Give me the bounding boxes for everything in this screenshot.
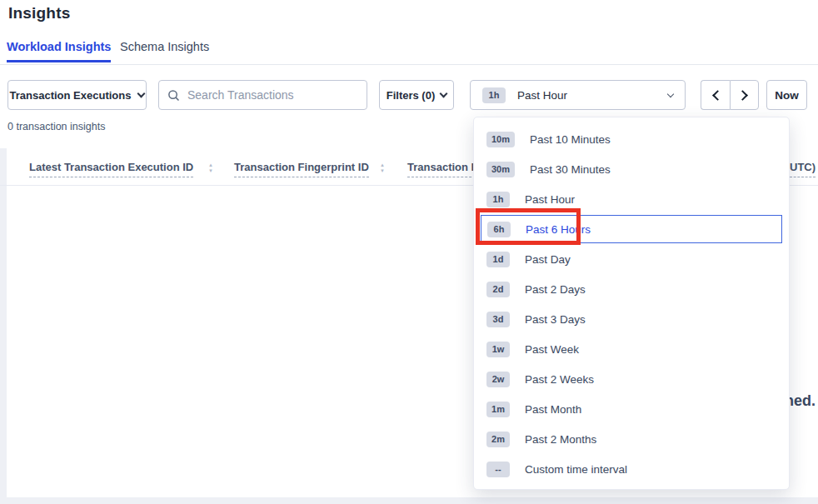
transaction-type-select[interactable]: Transaction Executions xyxy=(7,80,147,110)
time-option-past-day[interactable]: 1d Past Day xyxy=(474,244,789,274)
time-option-label: Past 6 Hours xyxy=(526,223,591,236)
search-input[interactable] xyxy=(187,88,358,102)
time-option-label: Past Week xyxy=(525,343,579,356)
filters-button-label: Filters (0) xyxy=(387,89,436,102)
time-option-label: Past Hour xyxy=(525,193,575,206)
time-option-label: Custom time interval xyxy=(525,463,627,476)
sort-desc-icon: ▼ xyxy=(208,168,213,173)
time-option-past-6-hours[interactable]: 6h Past 6 Hours xyxy=(481,215,782,243)
now-button[interactable]: Now xyxy=(766,80,807,110)
time-option-badge: 1w xyxy=(486,342,510,357)
column-header-transaction-fingerprint-id[interactable]: Transaction Fingerprint ID xyxy=(234,161,369,177)
time-option-custom-time-interval[interactable]: -- Custom time interval xyxy=(474,454,789,484)
time-option-label: Past Month xyxy=(525,403,581,416)
time-option-past-2-weeks[interactable]: 2w Past 2 Weeks xyxy=(474,364,789,394)
time-option-badge: 3d xyxy=(486,312,510,327)
time-option-badge: 1h xyxy=(486,192,510,207)
transaction-type-select-label: Transaction Executions xyxy=(10,89,132,102)
time-option-badge: 6h xyxy=(487,222,511,237)
sort-icon[interactable]: ▲ ▼ xyxy=(208,162,213,173)
column-header-latest-transaction-execution-id[interactable]: Latest Transaction Execution ID xyxy=(29,161,193,177)
time-option-badge: 1m xyxy=(486,402,510,417)
time-option-past-10-minutes[interactable]: 10m Past 10 Minutes xyxy=(474,124,789,154)
chevron-right-icon xyxy=(737,90,748,101)
time-option-badge: 10m xyxy=(486,132,515,147)
time-option-label: Past 30 Minutes xyxy=(530,163,611,176)
time-option-past-week[interactable]: 1w Past Week xyxy=(474,334,789,364)
sort-asc-icon: ▲ xyxy=(208,162,213,167)
time-interval-badge: 1h xyxy=(482,87,506,103)
page-edge-bottom xyxy=(0,497,818,504)
time-option-label: Past 2 Weeks xyxy=(525,373,594,386)
time-range-arrows xyxy=(701,80,759,110)
page-title: Insights xyxy=(8,4,70,22)
time-interval-select[interactable]: 1h Past Hour xyxy=(470,80,686,110)
previous-interval-button[interactable] xyxy=(701,80,730,110)
time-interval-label: Past Hour xyxy=(517,89,567,102)
sort-icon[interactable]: ▲ ▼ xyxy=(380,162,385,173)
search-icon xyxy=(167,89,180,102)
time-option-label: Past 2 Days xyxy=(525,283,586,296)
time-interval-dropdown: 10m Past 10 Minutes 30m Past 30 Minutes … xyxy=(473,117,790,490)
time-option-past-2-days[interactable]: 2d Past 2 Days xyxy=(474,274,789,304)
next-interval-button[interactable] xyxy=(730,80,759,110)
time-option-badge: 30m xyxy=(486,162,515,177)
insights-page: Insights Workload Insights Schema Insigh… xyxy=(0,0,818,504)
time-option-label: Past 10 Minutes xyxy=(530,133,611,146)
search-box[interactable] xyxy=(158,80,367,110)
time-option-badge: 1d xyxy=(486,252,510,267)
tab-bar: Workload Insights Schema Insights xyxy=(0,38,818,65)
time-option-past-2-months[interactable]: 2m Past 2 Months xyxy=(474,424,789,454)
time-option-past-30-minutes[interactable]: 30m Past 30 Minutes xyxy=(474,154,789,184)
sort-asc-icon: ▲ xyxy=(380,162,385,167)
tab-workload-insights[interactable]: Workload Insights xyxy=(7,40,111,53)
chevron-down-icon xyxy=(440,89,448,97)
now-button-label: Now xyxy=(775,89,799,102)
time-option-badge: 2d xyxy=(486,282,510,297)
filters-button[interactable]: Filters (0) xyxy=(379,80,454,110)
time-option-past-hour[interactable]: 1h Past Hour xyxy=(474,184,789,214)
time-option-badge: 2w xyxy=(486,372,510,387)
time-option-past-month[interactable]: 1m Past Month xyxy=(474,394,789,424)
time-option-label: Past Day xyxy=(525,253,571,266)
time-option-past-3-days[interactable]: 3d Past 3 Days xyxy=(474,304,789,334)
time-option-label: Past 2 Months xyxy=(525,433,596,446)
time-option-badge: 2m xyxy=(486,432,510,447)
time-option-label: Past 3 Days xyxy=(525,313,586,326)
insights-count: 0 transaction insights xyxy=(7,121,105,132)
chevron-down-icon xyxy=(667,90,674,97)
tab-schema-insights[interactable]: Schema Insights xyxy=(120,40,209,53)
page-edge-left xyxy=(0,148,7,504)
sort-desc-icon: ▼ xyxy=(380,168,385,173)
column-header-utc[interactable]: UTC) xyxy=(790,161,816,177)
time-option-badge: -- xyxy=(486,462,510,477)
chevron-left-icon xyxy=(712,90,723,101)
chevron-down-icon xyxy=(137,89,146,97)
